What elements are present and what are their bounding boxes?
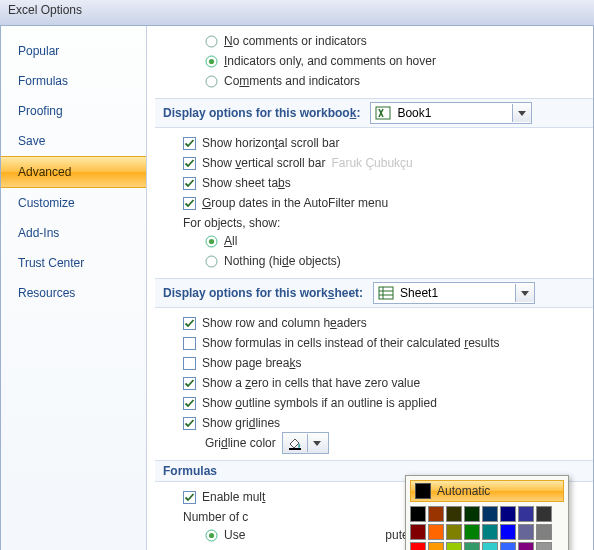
sidebar-item-label: Save bbox=[18, 134, 45, 148]
svg-rect-18 bbox=[184, 357, 196, 369]
color-swatch[interactable] bbox=[464, 542, 480, 550]
sidebar-item-label: Trust Center bbox=[18, 256, 84, 270]
color-swatch[interactable] bbox=[482, 506, 498, 522]
color-swatch[interactable] bbox=[410, 524, 426, 540]
color-swatch[interactable] bbox=[428, 542, 444, 550]
color-swatch[interactable] bbox=[410, 542, 426, 550]
color-swatch[interactable] bbox=[518, 506, 534, 522]
worksheet-dropdown-value: Sheet1 bbox=[398, 286, 515, 300]
check-group-dates[interactable]: Group dates in the AutoFilter menu bbox=[183, 194, 593, 212]
sidebar: Popular Formulas Proofing Save Advanced … bbox=[1, 26, 147, 550]
sidebar-item-resources[interactable]: Resources bbox=[1, 278, 146, 308]
checkbox-checked-icon bbox=[183, 377, 196, 390]
checkbox-checked-icon bbox=[183, 317, 196, 330]
gridline-color-button[interactable] bbox=[282, 432, 329, 454]
color-automatic[interactable]: Automatic bbox=[410, 480, 564, 502]
radio-objects-nothing[interactable]: Nothing (hide objects) bbox=[205, 252, 593, 270]
svg-point-0 bbox=[206, 36, 217, 47]
chevron-down-icon[interactable] bbox=[512, 104, 531, 122]
chevron-down-icon[interactable] bbox=[515, 284, 534, 302]
sidebar-item-proofing[interactable]: Proofing bbox=[1, 96, 146, 126]
checkbox-checked-icon bbox=[183, 397, 196, 410]
color-picker-popup: Automatic bbox=[405, 475, 569, 550]
workbook-dropdown[interactable]: Book1 bbox=[370, 102, 532, 124]
sidebar-item-formulas[interactable]: Formulas bbox=[1, 66, 146, 96]
sidebar-item-customize[interactable]: Customize bbox=[1, 188, 146, 218]
color-swatch[interactable] bbox=[410, 506, 426, 522]
check-page-breaks[interactable]: Show page breaks bbox=[183, 354, 593, 372]
radio-indicators-only[interactable]: Indicators only, and comments on hover bbox=[205, 52, 593, 70]
svg-point-2 bbox=[209, 58, 214, 63]
color-swatch[interactable] bbox=[428, 506, 444, 522]
svg-rect-22 bbox=[289, 448, 301, 450]
check-outline-symbols[interactable]: Show outline symbols if an outline is ap… bbox=[183, 394, 593, 412]
check-sheet-tabs[interactable]: Show sheet tabs bbox=[183, 174, 593, 192]
color-swatch[interactable] bbox=[500, 524, 516, 540]
sidebar-item-popular[interactable]: Popular bbox=[1, 36, 146, 66]
sidebar-item-label: Add-Ins bbox=[18, 226, 59, 240]
sidebar-item-label: Popular bbox=[18, 44, 59, 58]
color-swatch[interactable] bbox=[428, 524, 444, 540]
checkbox-checked-icon bbox=[183, 491, 196, 504]
color-swatch[interactable] bbox=[446, 506, 462, 522]
color-swatch[interactable] bbox=[464, 524, 480, 540]
checkbox-checked-icon bbox=[183, 137, 196, 150]
sidebar-item-trust-center[interactable]: Trust Center bbox=[1, 248, 146, 278]
sidebar-item-label: Proofing bbox=[18, 104, 63, 118]
sidebar-item-label: Formulas bbox=[18, 74, 68, 88]
color-swatch[interactable] bbox=[500, 542, 516, 550]
automatic-label: Automatic bbox=[437, 484, 490, 498]
radio-objects-all[interactable]: All bbox=[205, 232, 593, 250]
objects-show-label: For objects, show: bbox=[183, 216, 593, 230]
worksheet-dropdown[interactable]: Sheet1 bbox=[373, 282, 535, 304]
sidebar-item-advanced[interactable]: Advanced bbox=[1, 156, 146, 188]
sidebar-item-save[interactable]: Save bbox=[1, 126, 146, 156]
svg-point-10 bbox=[209, 238, 214, 243]
color-swatch[interactable] bbox=[482, 542, 498, 550]
section-display-workbook: Display options for this workbook: Book1 bbox=[155, 98, 593, 128]
color-swatch[interactable] bbox=[500, 506, 516, 522]
checkbox-checked-icon bbox=[183, 177, 196, 190]
radio-no-comments[interactable]: NNo comments or indicatorso comments or … bbox=[205, 32, 593, 50]
check-row-col-headers[interactable]: Show row and column headers bbox=[183, 314, 593, 332]
svg-rect-4 bbox=[376, 107, 390, 119]
automatic-swatch-icon bbox=[415, 483, 431, 499]
sidebar-item-label: Advanced bbox=[18, 165, 71, 179]
check-vertical-scroll[interactable]: Show vertical scroll bar Faruk Çubukçu bbox=[183, 154, 593, 172]
watermark-text: Faruk Çubukçu bbox=[331, 156, 412, 170]
svg-rect-17 bbox=[184, 337, 196, 349]
radio-comments-and-indicators[interactable]: Comments and indicators bbox=[205, 72, 593, 90]
color-swatch[interactable] bbox=[536, 542, 552, 550]
color-swatch[interactable] bbox=[518, 542, 534, 550]
color-swatch[interactable] bbox=[536, 506, 552, 522]
fill-color-icon bbox=[287, 435, 303, 451]
sidebar-item-addins[interactable]: Add-Ins bbox=[1, 218, 146, 248]
excel-workbook-icon bbox=[375, 105, 391, 121]
check-horizontal-scroll[interactable]: Show horizontal scroll bar bbox=[183, 134, 593, 152]
color-swatch[interactable] bbox=[446, 524, 462, 540]
window-title-text: Excel Options bbox=[8, 3, 82, 17]
checkbox-unchecked-icon bbox=[183, 337, 196, 350]
color-swatch[interactable] bbox=[482, 524, 498, 540]
check-show-zero[interactable]: Show a zero in cells that have zero valu… bbox=[183, 374, 593, 392]
radio-icon bbox=[205, 255, 218, 268]
color-palette bbox=[410, 506, 564, 550]
color-swatch[interactable] bbox=[446, 542, 462, 550]
check-show-gridlines[interactable]: Show gridlines bbox=[183, 414, 593, 432]
gridline-color-row: Gridline color bbox=[205, 434, 593, 452]
color-swatch[interactable] bbox=[464, 506, 480, 522]
excel-sheet-icon bbox=[378, 285, 394, 301]
check-show-formulas[interactable]: Show formulas in cells instead of their … bbox=[183, 334, 593, 352]
svg-rect-12 bbox=[379, 287, 393, 299]
radio-selected-icon bbox=[205, 55, 218, 68]
sidebar-item-label: Customize bbox=[18, 196, 75, 210]
chevron-down-icon[interactable] bbox=[307, 434, 326, 452]
section-title: Formulas bbox=[163, 464, 217, 478]
content-pane: NNo comments or indicatorso comments or … bbox=[147, 26, 593, 550]
radio-icon bbox=[205, 35, 218, 48]
section-display-worksheet: Display options for this worksheet: Shee… bbox=[155, 278, 593, 308]
color-swatch[interactable] bbox=[518, 524, 534, 540]
svg-point-11 bbox=[206, 256, 217, 267]
color-swatch[interactable] bbox=[536, 524, 552, 540]
checkbox-checked-icon bbox=[183, 417, 196, 430]
